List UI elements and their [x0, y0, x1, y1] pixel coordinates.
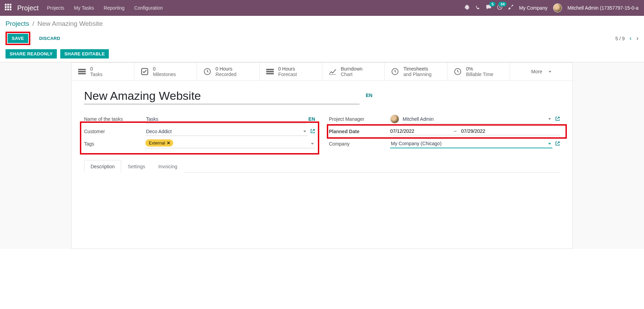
tag-chip[interactable]: External ✕: [145, 139, 173, 147]
pm-input[interactable]: [402, 115, 552, 124]
stat-more[interactable]: More: [510, 63, 572, 81]
activities-badge: 34: [498, 2, 507, 7]
external-link-icon[interactable]: [555, 141, 560, 147]
lang-button[interactable]: EN: [366, 93, 372, 98]
svg-rect-2: [78, 71, 86, 72]
arrow-right-icon: →: [452, 128, 458, 134]
nav-right: 5 34 My Company Mitchell Admin (17357797…: [464, 3, 638, 12]
user-menu[interactable]: Mitchell Admin (17357797-15-0-a: [568, 5, 638, 11]
avatar: [390, 115, 399, 124]
chart-icon: [329, 67, 337, 76]
phone-icon[interactable]: [475, 5, 480, 11]
customer-label: Customer: [84, 129, 145, 134]
pager-prev-icon[interactable]: ‹: [630, 35, 632, 42]
save-highlight-box: Save: [6, 32, 30, 45]
remove-tag-icon[interactable]: ✕: [167, 140, 170, 146]
top-navbar: Project Projects My Tasks Reporting Conf…: [0, 0, 644, 16]
tab-invoicing[interactable]: Invoicing: [152, 160, 184, 173]
stat-bar: 0Tasks 0Milestones 0 HoursRecorded 0 Hou…: [72, 63, 572, 81]
chevron-down-icon: [549, 71, 551, 73]
share-readonly-button[interactable]: Share Readonly: [6, 49, 57, 58]
discard-button[interactable]: Discard: [35, 34, 64, 43]
tasks-name-input[interactable]: [145, 115, 307, 124]
nav-configuration[interactable]: Configuration: [134, 5, 163, 11]
company-switcher[interactable]: My Company: [519, 5, 547, 11]
tools-icon[interactable]: [508, 4, 513, 11]
svg-rect-1: [78, 69, 86, 70]
pager-text[interactable]: 5 / 9: [615, 36, 625, 41]
pm-label: Project Manager: [329, 116, 390, 122]
date-end-input[interactable]: [461, 128, 520, 134]
date-start-input[interactable]: [390, 128, 449, 134]
svg-rect-3: [78, 73, 86, 74]
svg-rect-6: [266, 69, 274, 70]
save-button[interactable]: Save: [8, 34, 28, 43]
share-bar: Share Readonly Share Editable: [0, 46, 644, 62]
control-bar: Projects / New Amazing Website Save Disc…: [0, 16, 644, 46]
bug-icon[interactable]: [464, 4, 470, 11]
breadcrumb-root[interactable]: Projects: [6, 20, 29, 27]
apps-icon[interactable]: [5, 4, 13, 12]
check-icon: [141, 67, 149, 76]
nav-projects[interactable]: Projects: [47, 5, 64, 11]
pager-next-icon[interactable]: ›: [636, 35, 638, 42]
messages-icon[interactable]: 5: [486, 4, 491, 11]
form-sheet: 0Tasks 0Milestones 0 HoursRecorded 0 Hou…: [71, 62, 573, 249]
stat-billable[interactable]: 0%Billable Time: [447, 63, 510, 81]
activities-icon[interactable]: 34: [497, 4, 502, 11]
tab-content[interactable]: [84, 173, 560, 235]
tasks-icon: [266, 67, 274, 76]
company-input[interactable]: [390, 139, 552, 148]
project-name-input[interactable]: [84, 89, 360, 104]
avatar[interactable]: [553, 3, 562, 12]
app-brand[interactable]: Project: [17, 4, 39, 12]
stat-timesheets[interactable]: Timesheetsand Planning: [385, 63, 447, 81]
nav-mytasks[interactable]: My Tasks: [74, 5, 94, 11]
tasks-label: Name of the tasks: [84, 116, 145, 122]
svg-rect-7: [266, 71, 274, 72]
tasks-icon: [78, 67, 86, 76]
svg-rect-8: [266, 73, 274, 74]
planned-date-label: Planned Date: [329, 129, 390, 134]
clock-icon: [203, 67, 211, 76]
tab-settings[interactable]: Settings: [121, 160, 152, 173]
stat-recorded[interactable]: 0 HoursRecorded: [197, 63, 260, 81]
chevron-down-icon: [311, 143, 314, 145]
breadcrumb: Projects / New Amazing Website: [6, 20, 638, 28]
stat-tasks[interactable]: 0Tasks: [72, 63, 134, 81]
clock-icon: [391, 67, 399, 76]
company-label: Company: [329, 141, 390, 147]
stat-forecast[interactable]: 0 HoursForecast: [260, 63, 322, 81]
messages-badge: 5: [489, 2, 496, 7]
clock-icon: [454, 67, 462, 76]
breadcrumb-current: New Amazing Website: [37, 20, 103, 27]
tabs: Description Settings Invoicing: [84, 160, 560, 173]
external-link-icon[interactable]: [555, 116, 560, 122]
nav-menu: Projects My Tasks Reporting Configuratio…: [47, 5, 163, 11]
stat-milestones[interactable]: 0Milestones: [134, 63, 197, 81]
external-link-icon[interactable]: [310, 129, 315, 135]
tags-label: Tags: [84, 141, 145, 147]
share-editable-button[interactable]: Share Editable: [60, 49, 109, 58]
tab-description[interactable]: Description: [84, 160, 121, 173]
lang-button[interactable]: EN: [309, 116, 315, 122]
customer-input[interactable]: [145, 127, 308, 136]
nav-reporting[interactable]: Reporting: [104, 5, 125, 11]
stat-burndown[interactable]: BurndownChart: [322, 63, 385, 81]
